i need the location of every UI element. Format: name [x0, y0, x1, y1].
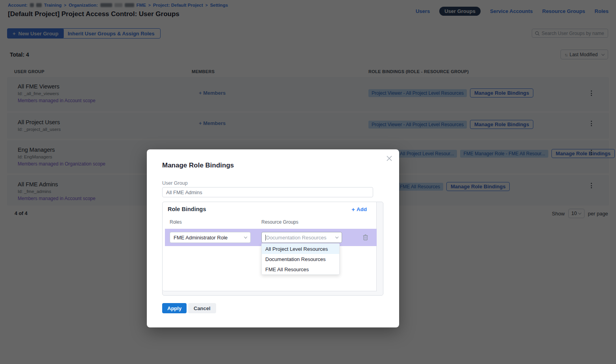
resource-groups-column-label: Resource Groups [261, 219, 298, 225]
dropdown-option[interactable]: Documentation Resources [262, 254, 339, 264]
delete-binding-icon[interactable] [363, 234, 368, 242]
role-bindings-panel: Role Bindings + Add Roles Resource Group… [162, 202, 383, 296]
add-role-binding-button[interactable]: + Add [351, 206, 367, 213]
add-label: Add [357, 206, 367, 212]
user-group-input[interactable] [162, 187, 373, 197]
resource-group-dropdown: All Project Level Resources Documentatio… [261, 243, 340, 275]
cancel-button[interactable]: Cancel [188, 303, 216, 313]
role-bindings-scroll-area[interactable]: Role Bindings + Add Roles Resource Group… [163, 202, 377, 291]
plus-icon: + [351, 206, 355, 213]
role-select-value: FME Administrator Role [174, 235, 228, 241]
app-window: Account: Training > Organization: FME > … [0, 0, 616, 364]
dropdown-option[interactable]: FME All Resources [262, 264, 339, 274]
dropdown-option[interactable]: All Project Level Resources [262, 244, 339, 254]
role-bindings-heading: Role Bindings [168, 206, 206, 212]
apply-button[interactable]: Apply [162, 303, 187, 313]
resource-group-placeholder: Documentation Resources [266, 235, 326, 241]
chevron-down-icon [335, 235, 339, 238]
role-select[interactable]: FME Administrator Role [170, 232, 251, 243]
close-icon[interactable] [385, 154, 393, 162]
chevron-down-icon [244, 235, 247, 238]
modal-title: Manage Role Bindings [162, 162, 234, 169]
text-cursor [265, 235, 266, 241]
user-group-label: User Group [162, 180, 188, 186]
roles-column-label: Roles [170, 219, 182, 225]
resource-group-select[interactable]: Documentation Resources [261, 232, 342, 243]
manage-role-bindings-modal: Manage Role Bindings User Group Role Bin… [147, 149, 399, 327]
